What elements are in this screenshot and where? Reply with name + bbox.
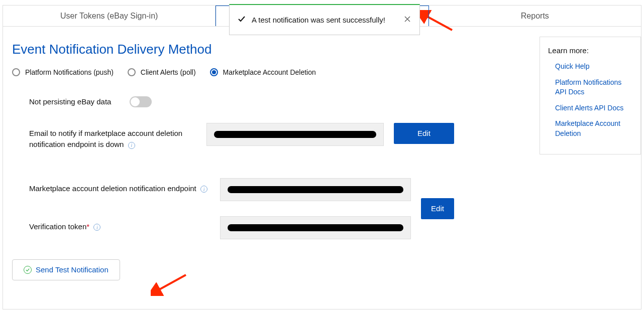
- token-label: Verification token* i: [29, 216, 210, 233]
- persist-label: Not persisting eBay data: [29, 96, 111, 108]
- radio-client-alerts[interactable]: Client Alerts (poll): [128, 68, 196, 76]
- radio-platform-push[interactable]: Platform Notifications (push): [12, 68, 114, 76]
- close-icon[interactable]: [403, 15, 411, 25]
- link-client-alerts-docs[interactable]: Client Alerts API Docs: [555, 103, 632, 113]
- info-icon[interactable]: i: [200, 186, 207, 193]
- success-toast: A test notification was sent successfull…: [229, 4, 420, 35]
- link-marketplace-deletion[interactable]: Marketplace Account Deletion: [555, 119, 632, 138]
- radio-label: Client Alerts (poll): [141, 68, 196, 76]
- redacted-value: [228, 224, 403, 231]
- delivery-method-radios: Platform Notifications (push) Client Ale…: [12, 68, 632, 76]
- info-icon[interactable]: i: [128, 142, 135, 149]
- radio-label: Marketplace Account Deletion: [223, 68, 316, 76]
- endpoint-label: Marketplace account deletion notificatio…: [29, 178, 210, 195]
- radio-icon: [12, 68, 20, 76]
- persist-toggle[interactable]: [130, 96, 152, 107]
- link-quick-help[interactable]: Quick Help: [555, 62, 632, 72]
- endpoint-input[interactable]: [220, 178, 411, 201]
- send-test-notification-button[interactable]: Send Test Notification: [12, 259, 120, 280]
- radio-marketplace-deletion[interactable]: Marketplace Account Deletion: [210, 68, 316, 76]
- info-icon[interactable]: i: [93, 224, 100, 231]
- redacted-value: [228, 186, 403, 193]
- radio-icon: [128, 68, 136, 76]
- radio-icon: [210, 68, 218, 76]
- learn-more-panel: Learn more: Quick Help Platform Notifica…: [540, 37, 641, 154]
- redacted-value: [214, 131, 376, 138]
- email-label: Email to notify if marketplace account d…: [29, 123, 196, 150]
- learn-more-title: Learn more:: [548, 46, 632, 55]
- edit-endpoint-button[interactable]: Edit: [421, 198, 454, 219]
- toast-message: A test notification was sent successfull…: [252, 16, 397, 24]
- edit-email-button[interactable]: Edit: [394, 123, 454, 144]
- tab-user-tokens[interactable]: User Tokens (eBay Sign-in): [3, 6, 216, 26]
- send-test-label: Send Test Notification: [36, 265, 109, 274]
- token-input[interactable]: [220, 216, 411, 239]
- check-circle-icon: [24, 266, 32, 274]
- radio-label: Platform Notifications (push): [25, 68, 114, 76]
- link-platform-docs[interactable]: Platform Notifications API Docs: [555, 78, 632, 97]
- tab-reports[interactable]: Reports: [429, 6, 641, 26]
- page-title: Event Notification Delivery Method: [12, 42, 632, 57]
- email-input[interactable]: [206, 123, 384, 146]
- checkmark-icon: [238, 15, 246, 25]
